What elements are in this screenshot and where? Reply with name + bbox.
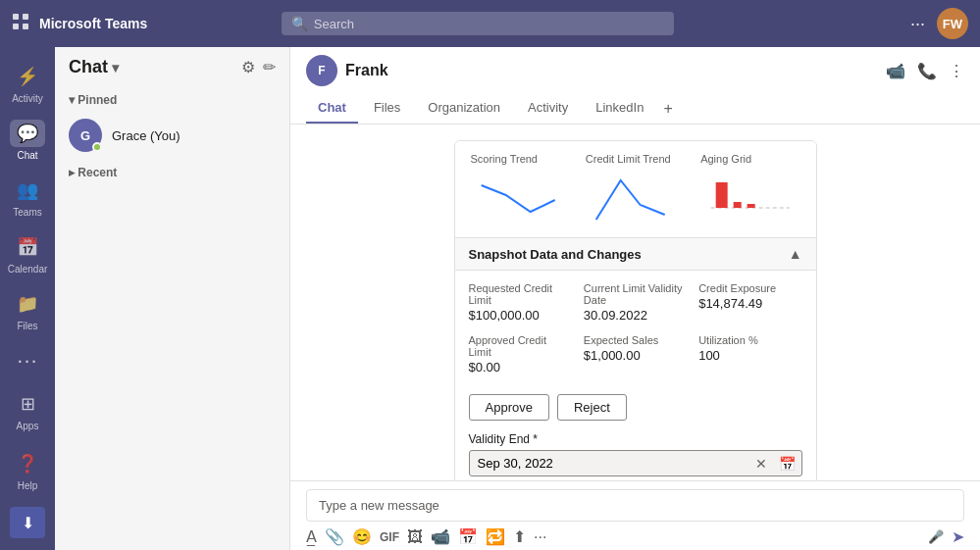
credit-limit-trend-chart xyxy=(586,171,685,229)
svg-rect-5 xyxy=(716,182,728,208)
sidebar-item-help[interactable]: ❓ Help xyxy=(10,442,45,499)
meet-icon[interactable]: 📹 xyxy=(431,527,450,546)
current-limit-validity-value: 30.09.2022 xyxy=(584,308,687,323)
more-options-icon[interactable]: ··· xyxy=(910,14,925,34)
gif-icon[interactable]: GIF xyxy=(380,530,399,544)
svg-rect-0 xyxy=(13,14,19,20)
credit-card: Scoring Trend Credit Limit Trend xyxy=(454,140,817,480)
credit-limit-trend-section: Credit Limit Trend xyxy=(586,153,685,229)
approved-credit-limit-field: Approved Credit Limit $0.00 xyxy=(469,334,572,375)
card-form: Validity End * ✕ 📅 Amount (USD) * Add a … xyxy=(455,432,816,480)
sidebar-item-more[interactable]: ··· xyxy=(0,339,55,382)
scoring-trend-chart xyxy=(471,171,570,229)
send-button[interactable]: ➤ xyxy=(952,527,964,546)
avatar[interactable]: FW xyxy=(937,8,968,39)
search-input[interactable] xyxy=(314,17,664,31)
utilization-field: Utilization % 100 xyxy=(698,334,801,375)
sidebar-item-activity[interactable]: ⚡ Activity xyxy=(0,55,55,112)
dictate-icon[interactable]: 🎤 xyxy=(928,529,944,544)
tab-activity[interactable]: Activity xyxy=(516,94,580,124)
requested-credit-limit-label: Requested Credit Limit xyxy=(469,282,572,306)
validity-end-input-row[interactable]: ✕ 📅 xyxy=(469,450,802,476)
app-title: Microsoft Teams xyxy=(39,16,147,31)
format-icon[interactable]: A̲ xyxy=(306,527,317,546)
grace-name: Grace (You) xyxy=(112,128,181,143)
audio-call-icon[interactable]: 📞 xyxy=(917,62,937,80)
card-data-grid: Requested Credit Limit $100,000.00 Curre… xyxy=(455,271,816,386)
collapse-icon[interactable]: ▲ xyxy=(789,246,802,262)
tab-linkedin[interactable]: LinkedIn xyxy=(584,94,655,124)
aging-grid-chart xyxy=(700,171,799,229)
more-options-icon[interactable]: ⋮ xyxy=(949,62,964,80)
scoring-trend-svg xyxy=(471,171,570,229)
chat-tabs: Chat Files Organization Activity LinkedI… xyxy=(290,94,980,124)
svg-rect-1 xyxy=(23,14,28,20)
charts-row: Scoring Trend Credit Limit Trend xyxy=(455,141,816,237)
emoji-icon[interactable]: 😊 xyxy=(352,527,372,546)
frank-name: Frank xyxy=(345,62,388,79)
filter-icon[interactable]: ⚙ xyxy=(241,58,255,76)
sticker-icon[interactable]: 🖼 xyxy=(407,528,423,546)
frank-avatar: F xyxy=(306,55,337,86)
tab-files[interactable]: Files xyxy=(362,94,412,124)
reject-button[interactable]: Reject xyxy=(557,394,627,421)
search-icon: 🔍 xyxy=(291,16,308,31)
compose-icon[interactable]: ✏ xyxy=(263,58,276,76)
credit-limit-trend-svg xyxy=(586,171,685,229)
message-input-placeholder[interactable]: Type a new message xyxy=(306,489,964,522)
validity-end-field: Validity End * ✕ 📅 xyxy=(469,432,802,476)
sidebar-item-teams[interactable]: 👥 Teams xyxy=(0,169,55,225)
video-call-icon[interactable]: 📹 xyxy=(886,62,905,80)
messages-area[interactable]: Scoring Trend Credit Limit Trend xyxy=(290,125,980,480)
approve-button[interactable]: Approve xyxy=(469,394,549,421)
chat-title-chevron[interactable]: ▾ xyxy=(112,60,119,75)
requested-credit-limit-field: Requested Credit Limit $100,000.00 xyxy=(469,282,572,323)
download-button[interactable]: ⬇ xyxy=(10,507,45,538)
tab-organization[interactable]: Organization xyxy=(416,94,512,124)
sidebar-item-chat[interactable]: 💬 Chat xyxy=(0,112,55,169)
card-actions: Approve Reject xyxy=(455,386,816,432)
sidebar-item-apps[interactable]: ⊞ Apps xyxy=(0,382,55,439)
credit-limit-trend-label: Credit Limit Trend xyxy=(586,153,685,165)
grace-chat-item[interactable]: G Grace (You) xyxy=(55,111,289,160)
upload-icon[interactable]: ⬆ xyxy=(513,527,526,546)
validity-end-input[interactable] xyxy=(470,451,749,475)
chat-sidebar: Chat ▾ ⚙ ✏ Pinned G Grace (You) Recent xyxy=(55,47,290,550)
status-indicator xyxy=(92,142,102,152)
expected-sales-label: Expected Sales xyxy=(584,334,687,346)
scoring-trend-section: Scoring Trend xyxy=(471,153,570,229)
expected-sales-field: Expected Sales $1,000.00 xyxy=(584,334,687,375)
svg-rect-7 xyxy=(748,204,755,208)
message-input-area: Type a new message A̲ 📎 😊 GIF 🖼 📹 📅 🔁 ⬆ … xyxy=(290,480,980,550)
requested-credit-limit-value: $100,000.00 xyxy=(469,308,572,323)
calendar-icon[interactable]: 📅 xyxy=(773,456,801,472)
credit-exposure-field: Credit Exposure $14,874.49 xyxy=(698,282,801,323)
aging-grid-section: Aging Grid xyxy=(700,153,799,229)
current-limit-validity-field: Current Limit Validity Date 30.09.2022 xyxy=(584,282,687,323)
approved-credit-limit-label: Approved Credit Limit xyxy=(469,334,572,358)
chat-main: F Frank 📹 📞 ⋮ Chat Files Organization Ac… xyxy=(290,47,980,550)
loop-icon[interactable]: 🔁 xyxy=(486,527,505,546)
pinned-section-label[interactable]: Pinned xyxy=(55,87,289,111)
schedule-icon[interactable]: 📅 xyxy=(458,527,478,546)
attach-icon[interactable]: 📎 xyxy=(325,527,344,546)
sidebar-item-files[interactable]: 📁 Files xyxy=(0,282,55,339)
grace-avatar: G xyxy=(69,119,102,152)
chat-sidebar-title: Chat ▾ xyxy=(69,57,119,77)
more-icon[interactable]: ··· xyxy=(534,528,546,546)
recent-section-label[interactable]: Recent xyxy=(55,160,289,183)
current-limit-validity-label: Current Limit Validity Date xyxy=(584,282,687,306)
top-bar: Microsoft Teams 🔍 ··· FW xyxy=(0,0,980,47)
add-tab-icon[interactable]: + xyxy=(659,94,676,124)
card-section-title: Snapshot Data and Changes xyxy=(469,247,642,262)
svg-rect-3 xyxy=(23,24,28,29)
credit-exposure-value: $14,874.49 xyxy=(698,296,801,311)
chat-header: F Frank 📹 📞 ⋮ Chat Files Organization Ac… xyxy=(290,47,980,125)
app-grid-icon[interactable] xyxy=(12,13,29,34)
svg-rect-6 xyxy=(734,202,742,208)
sidebar-item-calendar[interactable]: 📅 Calendar xyxy=(0,225,55,282)
clear-icon[interactable]: ✕ xyxy=(749,456,773,472)
tab-chat[interactable]: Chat xyxy=(306,94,358,124)
chat-sidebar-header: Chat ▾ ⚙ ✏ xyxy=(55,47,289,87)
search-bar[interactable]: 🔍 xyxy=(282,12,674,35)
